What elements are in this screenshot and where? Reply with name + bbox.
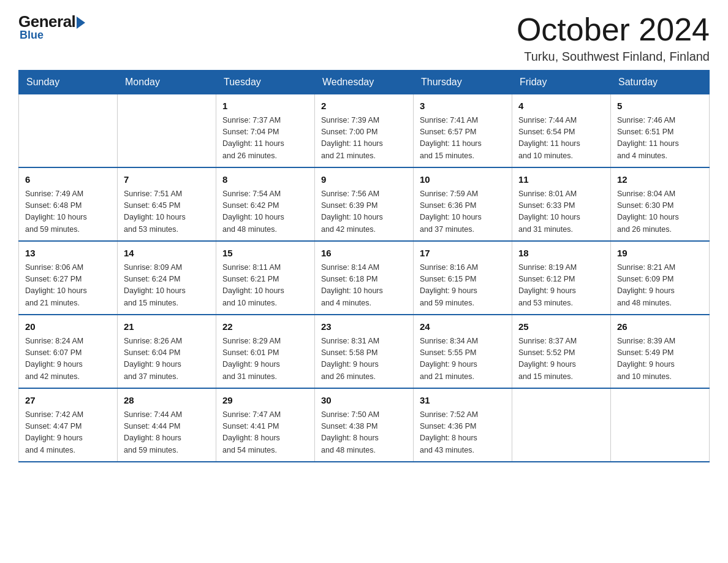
day-info: Sunrise: 7:44 AMSunset: 6:54 PMDaylight:…: [518, 115, 604, 163]
day-info: Sunrise: 7:54 AMSunset: 6:42 PMDaylight:…: [222, 188, 308, 236]
day-number: 23: [321, 320, 407, 334]
day-info: Sunrise: 8:01 AMSunset: 6:33 PMDaylight:…: [518, 188, 604, 236]
calendar-cell: 20Sunrise: 8:24 AMSunset: 6:07 PMDayligh…: [19, 315, 118, 388]
calendar-week-row: 20Sunrise: 8:24 AMSunset: 6:07 PMDayligh…: [19, 315, 710, 388]
calendar-week-row: 13Sunrise: 8:06 AMSunset: 6:27 PMDayligh…: [19, 241, 710, 315]
day-info: Sunrise: 7:50 AMSunset: 4:38 PMDaylight:…: [321, 409, 407, 457]
weekday-header-thursday: Thursday: [414, 71, 512, 94]
calendar-cell: 4Sunrise: 7:44 AMSunset: 6:54 PMDaylight…: [512, 94, 611, 168]
weekday-header-row: SundayMondayTuesdayWednesdayThursdayFrid…: [19, 71, 710, 94]
day-number: 13: [25, 247, 111, 261]
day-number: 19: [617, 247, 703, 261]
day-number: 29: [222, 394, 308, 408]
day-info: Sunrise: 7:41 AMSunset: 6:57 PMDaylight:…: [420, 115, 506, 163]
weekday-header-wednesday: Wednesday: [315, 71, 414, 94]
weekday-header-friday: Friday: [512, 71, 611, 94]
calendar-cell: [118, 94, 216, 168]
calendar-cell: 8Sunrise: 7:54 AMSunset: 6:42 PMDaylight…: [216, 167, 315, 241]
day-info: Sunrise: 8:06 AMSunset: 6:27 PMDaylight:…: [25, 262, 111, 310]
day-info: Sunrise: 8:11 AMSunset: 6:21 PMDaylight:…: [222, 262, 308, 310]
calendar-week-row: 27Sunrise: 7:42 AMSunset: 4:47 PMDayligh…: [19, 388, 710, 462]
calendar-cell: 9Sunrise: 7:56 AMSunset: 6:39 PMDaylight…: [315, 167, 414, 241]
day-number: 7: [124, 173, 210, 187]
day-info: Sunrise: 7:51 AMSunset: 6:45 PMDaylight:…: [124, 188, 210, 236]
logo: General Blue: [18, 12, 85, 42]
day-number: 1: [222, 99, 308, 113]
calendar-cell: 28Sunrise: 7:44 AMSunset: 4:44 PMDayligh…: [118, 388, 216, 462]
calendar-cell: 18Sunrise: 8:19 AMSunset: 6:12 PMDayligh…: [512, 241, 611, 315]
calendar-cell: 13Sunrise: 8:06 AMSunset: 6:27 PMDayligh…: [19, 241, 118, 315]
calendar-cell: 10Sunrise: 7:59 AMSunset: 6:36 PMDayligh…: [414, 167, 512, 241]
day-info: Sunrise: 8:26 AMSunset: 6:04 PMDaylight:…: [124, 335, 210, 383]
day-info: Sunrise: 7:39 AMSunset: 7:00 PMDaylight:…: [321, 115, 407, 163]
calendar-cell: 29Sunrise: 7:47 AMSunset: 4:41 PMDayligh…: [216, 388, 315, 462]
calendar-cell: 23Sunrise: 8:31 AMSunset: 5:58 PMDayligh…: [315, 315, 414, 388]
calendar-cell: [611, 388, 710, 462]
calendar-cell: 1Sunrise: 7:37 AMSunset: 7:04 PMDaylight…: [216, 94, 315, 168]
day-number: 25: [518, 320, 604, 334]
calendar-cell: 26Sunrise: 8:39 AMSunset: 5:49 PMDayligh…: [611, 315, 710, 388]
day-info: Sunrise: 8:37 AMSunset: 5:52 PMDaylight:…: [518, 335, 604, 383]
day-number: 5: [617, 99, 703, 113]
calendar-cell: [19, 94, 118, 168]
day-number: 21: [124, 320, 210, 334]
calendar-cell: 11Sunrise: 8:01 AMSunset: 6:33 PMDayligh…: [512, 167, 611, 241]
day-info: Sunrise: 7:44 AMSunset: 4:44 PMDaylight:…: [124, 409, 210, 457]
weekday-header-sunday: Sunday: [19, 71, 118, 94]
day-number: 11: [518, 173, 604, 187]
day-number: 8: [222, 173, 308, 187]
day-number: 9: [321, 173, 407, 187]
calendar-cell: 25Sunrise: 8:37 AMSunset: 5:52 PMDayligh…: [512, 315, 611, 388]
day-info: Sunrise: 7:37 AMSunset: 7:04 PMDaylight:…: [222, 115, 308, 163]
day-info: Sunrise: 7:59 AMSunset: 6:36 PMDaylight:…: [420, 188, 506, 236]
day-info: Sunrise: 8:21 AMSunset: 6:09 PMDaylight:…: [617, 262, 703, 310]
calendar-cell: 6Sunrise: 7:49 AMSunset: 6:48 PMDaylight…: [19, 167, 118, 241]
day-info: Sunrise: 8:34 AMSunset: 5:55 PMDaylight:…: [420, 335, 506, 383]
day-number: 24: [420, 320, 506, 334]
day-info: Sunrise: 8:04 AMSunset: 6:30 PMDaylight:…: [617, 188, 703, 236]
day-number: 14: [124, 247, 210, 261]
day-info: Sunrise: 7:56 AMSunset: 6:39 PMDaylight:…: [321, 188, 407, 236]
calendar-cell: 21Sunrise: 8:26 AMSunset: 6:04 PMDayligh…: [118, 315, 216, 388]
weekday-header-tuesday: Tuesday: [216, 71, 315, 94]
day-info: Sunrise: 8:19 AMSunset: 6:12 PMDaylight:…: [518, 262, 604, 310]
day-number: 12: [617, 173, 703, 187]
calendar-cell: 31Sunrise: 7:52 AMSunset: 4:36 PMDayligh…: [414, 388, 512, 462]
day-info: Sunrise: 7:52 AMSunset: 4:36 PMDaylight:…: [420, 409, 506, 457]
day-info: Sunrise: 8:16 AMSunset: 6:15 PMDaylight:…: [420, 262, 506, 310]
day-number: 15: [222, 247, 308, 261]
calendar-cell: 7Sunrise: 7:51 AMSunset: 6:45 PMDaylight…: [118, 167, 216, 241]
logo-arrow-icon: [77, 17, 85, 29]
day-number: 18: [518, 247, 604, 261]
title-section: October 2024 Turku, Southwest Finland, F…: [517, 12, 710, 64]
day-number: 27: [25, 394, 111, 408]
day-number: 3: [420, 99, 506, 113]
day-info: Sunrise: 7:49 AMSunset: 6:48 PMDaylight:…: [25, 188, 111, 236]
calendar-cell: [512, 388, 611, 462]
day-number: 17: [420, 247, 506, 261]
calendar-cell: 30Sunrise: 7:50 AMSunset: 4:38 PMDayligh…: [315, 388, 414, 462]
day-info: Sunrise: 8:29 AMSunset: 6:01 PMDaylight:…: [222, 335, 308, 383]
day-info: Sunrise: 8:14 AMSunset: 6:18 PMDaylight:…: [321, 262, 407, 310]
day-info: Sunrise: 8:09 AMSunset: 6:24 PMDaylight:…: [124, 262, 210, 310]
calendar-cell: 24Sunrise: 8:34 AMSunset: 5:55 PMDayligh…: [414, 315, 512, 388]
day-info: Sunrise: 7:47 AMSunset: 4:41 PMDaylight:…: [222, 409, 308, 457]
month-title: October 2024: [517, 12, 710, 47]
calendar-cell: 5Sunrise: 7:46 AMSunset: 6:51 PMDaylight…: [611, 94, 710, 168]
calendar-week-row: 6Sunrise: 7:49 AMSunset: 6:48 PMDaylight…: [19, 167, 710, 241]
calendar-cell: 15Sunrise: 8:11 AMSunset: 6:21 PMDayligh…: [216, 241, 315, 315]
weekday-header-monday: Monday: [118, 71, 216, 94]
calendar-table: SundayMondayTuesdayWednesdayThursdayFrid…: [18, 70, 710, 462]
calendar-cell: 16Sunrise: 8:14 AMSunset: 6:18 PMDayligh…: [315, 241, 414, 315]
day-info: Sunrise: 7:42 AMSunset: 4:47 PMDaylight:…: [25, 409, 111, 457]
calendar-week-row: 1Sunrise: 7:37 AMSunset: 7:04 PMDaylight…: [19, 94, 710, 168]
day-number: 10: [420, 173, 506, 187]
day-number: 20: [25, 320, 111, 334]
day-number: 30: [321, 394, 407, 408]
calendar-cell: 2Sunrise: 7:39 AMSunset: 7:00 PMDaylight…: [315, 94, 414, 168]
calendar-cell: 22Sunrise: 8:29 AMSunset: 6:01 PMDayligh…: [216, 315, 315, 388]
day-number: 28: [124, 394, 210, 408]
day-number: 2: [321, 99, 407, 113]
calendar-cell: 12Sunrise: 8:04 AMSunset: 6:30 PMDayligh…: [611, 167, 710, 241]
calendar-cell: 27Sunrise: 7:42 AMSunset: 4:47 PMDayligh…: [19, 388, 118, 462]
